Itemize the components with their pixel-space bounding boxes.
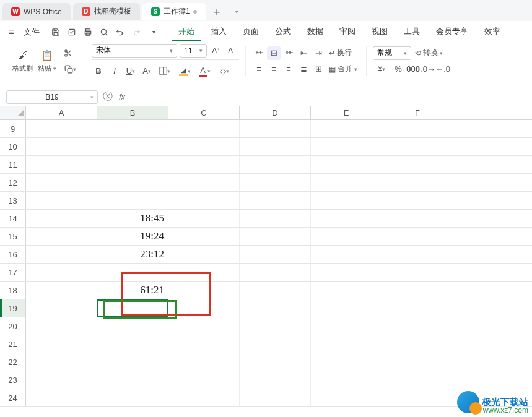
cell-A9[interactable]	[26, 120, 97, 137]
cell-C17[interactable]	[168, 264, 240, 281]
cell-B23[interactable]	[97, 371, 168, 389]
qat-customize-icon[interactable]: ▾	[146, 25, 161, 40]
cell-D13[interactable]	[240, 192, 311, 209]
cell-B24[interactable]	[97, 389, 168, 406]
number-format-select[interactable]: 常规▾	[373, 46, 411, 60]
cell-F15[interactable]	[382, 228, 453, 245]
cell-F9[interactable]	[382, 120, 453, 137]
cell-A18[interactable]	[26, 282, 97, 299]
cell-A17[interactable]	[26, 264, 97, 281]
borders-button[interactable]: ▾	[156, 64, 173, 78]
menu-member[interactable]: 会员专享	[430, 24, 474, 41]
cell-E10[interactable]	[311, 138, 382, 155]
menu-view[interactable]: 视图	[365, 24, 394, 41]
row-header-19[interactable]: 19	[0, 299, 26, 317]
percent-button[interactable]: %	[391, 62, 405, 76]
cell-B10[interactable]	[97, 138, 168, 155]
align-bottom-button[interactable]: ⬵	[282, 46, 295, 60]
cell-C18[interactable]	[168, 282, 240, 299]
cell-A12[interactable]	[26, 174, 97, 191]
cell-B14[interactable]: 18:45	[97, 210, 168, 227]
distribute-button[interactable]: ⊞	[312, 62, 325, 76]
cell-E20[interactable]	[311, 317, 382, 335]
cell-D15[interactable]	[240, 228, 311, 245]
decrease-decimal-button[interactable]: ←.0	[436, 62, 450, 76]
convert-button[interactable]: ⟲转换▾	[412, 48, 445, 58]
decrease-indent-button[interactable]: ⇤	[297, 46, 310, 60]
cell-E13[interactable]	[311, 192, 382, 209]
cell-E16[interactable]	[311, 246, 382, 263]
row-header-12[interactable]: 12	[0, 174, 26, 191]
font-color-button[interactable]: A▾	[196, 64, 213, 78]
undo-icon[interactable]	[113, 25, 128, 40]
cell-D19[interactable]	[240, 299, 311, 317]
row-header-18[interactable]: 18	[0, 282, 26, 299]
cell-D11[interactable]	[240, 156, 311, 173]
row-header-17[interactable]: 17	[0, 264, 26, 281]
cell-B18[interactable]: 61:21	[97, 282, 168, 299]
cell-A11[interactable]	[26, 156, 97, 173]
cell-F16[interactable]	[382, 246, 453, 263]
cell-F11[interactable]	[382, 156, 453, 173]
save-icon[interactable]	[48, 25, 63, 40]
cell-B12[interactable]	[97, 174, 168, 191]
comma-button[interactable]: 000	[406, 62, 420, 76]
cell-C9[interactable]	[168, 120, 240, 137]
cut-button[interactable]	[61, 46, 75, 60]
cell-C23[interactable]	[168, 371, 240, 389]
cell-A16[interactable]	[26, 246, 97, 263]
row-header-20[interactable]: 20	[0, 317, 26, 335]
menu-efficiency[interactable]: 效率	[478, 24, 507, 41]
cell-A23[interactable]	[26, 371, 97, 389]
name-box[interactable]: B19▾	[6, 90, 98, 104]
cell-D21[interactable]	[240, 335, 311, 353]
cell-A10[interactable]	[26, 138, 97, 155]
cell-B9[interactable]	[97, 120, 168, 137]
menu-insert[interactable]: 插入	[204, 24, 233, 41]
cell-C14[interactable]	[168, 210, 240, 227]
col-header-D[interactable]: D	[240, 106, 311, 119]
cell-B15[interactable]: 19:24	[97, 228, 168, 245]
justify-button[interactable]: ≣	[297, 62, 310, 76]
cell-F18[interactable]	[382, 282, 453, 299]
align-left-button[interactable]: ≡	[252, 62, 266, 76]
cell-E14[interactable]	[311, 210, 382, 227]
row-header-22[interactable]: 22	[0, 353, 26, 371]
row-header-14[interactable]: 14	[0, 210, 26, 227]
cell-C15[interactable]	[168, 228, 240, 245]
cell-E12[interactable]	[311, 174, 382, 191]
paste-button[interactable]: 📋粘贴 ▾	[35, 49, 59, 73]
add-tab-button[interactable]: ＋	[208, 3, 225, 20]
tab-list-dropdown[interactable]: ▾	[228, 3, 245, 20]
cell-B11[interactable]	[97, 156, 168, 173]
cell-E9[interactable]	[311, 120, 382, 137]
cell-F10[interactable]	[382, 138, 453, 155]
tab-wps-office[interactable]: W WPS Office	[2, 3, 71, 20]
cell-C11[interactable]	[168, 156, 240, 173]
row-header-9[interactable]: 9	[0, 120, 26, 137]
cell-E18[interactable]	[311, 282, 382, 299]
row-header-15[interactable]: 15	[0, 228, 26, 245]
cell-B17[interactable]	[97, 264, 168, 281]
cell-C21[interactable]	[168, 335, 240, 353]
cell-B13[interactable]	[97, 192, 168, 209]
cell-C12[interactable]	[168, 174, 240, 191]
cell-A13[interactable]	[26, 192, 97, 209]
cell-F14[interactable]	[382, 210, 453, 227]
align-center-button[interactable]: ≡	[267, 62, 281, 76]
align-middle-button[interactable]: ⊟	[267, 46, 281, 60]
cell-E21[interactable]	[311, 335, 382, 353]
cell-A19[interactable]	[26, 299, 97, 317]
cell-D16[interactable]	[240, 246, 311, 263]
underline-button[interactable]: U▾	[124, 64, 137, 78]
cell-C24[interactable]	[168, 389, 240, 406]
menu-page[interactable]: 页面	[237, 24, 265, 41]
align-top-button[interactable]: ⬴	[252, 46, 266, 60]
cell-B20[interactable]	[97, 317, 168, 335]
file-menu[interactable]: 文件	[19, 27, 45, 38]
merge-cells-button[interactable]: ▦合并▾	[326, 64, 360, 74]
cell-C16[interactable]	[168, 246, 240, 263]
cell-A24[interactable]	[26, 389, 97, 406]
redo-icon[interactable]	[129, 25, 144, 40]
format-brush-button[interactable]: 🖌格式刷	[10, 49, 35, 73]
